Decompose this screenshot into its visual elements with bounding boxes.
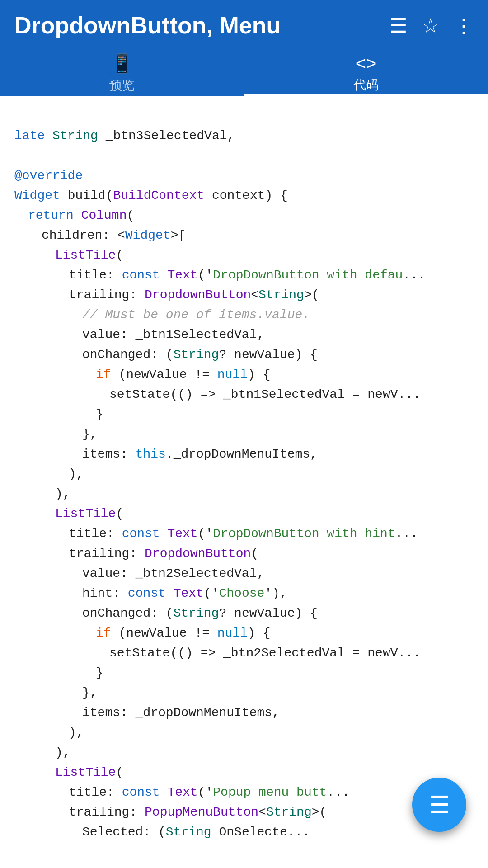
code-line: Selected: (String OnSelecte... xyxy=(14,822,474,842)
code-line: trailing: DropdownButton( xyxy=(14,544,474,564)
more-icon[interactable]: ⋮ xyxy=(454,14,474,37)
code-line: items: _dropDownMenuItems, xyxy=(14,703,474,723)
star-icon[interactable]: ☆ xyxy=(422,14,439,37)
code-line: ), xyxy=(14,484,474,504)
code-line: hint: const Text('Choose'), xyxy=(14,584,474,604)
code-line: }, xyxy=(14,683,474,703)
tab-code[interactable]: <> 代码 xyxy=(244,51,488,96)
code-line: } xyxy=(14,405,474,425)
code-line: // Must be one of items.value. xyxy=(14,305,474,325)
code-line: onChanged: (String? newValue) { xyxy=(14,604,474,623)
tab-preview[interactable]: 📱 预览 xyxy=(0,51,244,96)
tab-preview-label: 预览 xyxy=(109,77,135,94)
code-line: ListTile( xyxy=(14,504,474,524)
code-line: value: _btn1SelectedVal, xyxy=(14,325,474,345)
app-bar: DropdownButton, Menu ☰ ☆ ⋮ xyxy=(0,0,488,51)
app-bar-title: DropdownButton, Menu xyxy=(14,12,379,39)
code-line: onChanged: (String? newValue) { xyxy=(14,345,474,365)
code-line: setState(() => _btn1SelectedVal = newV..… xyxy=(14,385,474,405)
code-line xyxy=(14,146,474,166)
code-line: ), xyxy=(14,723,474,743)
code-line: late String _btn3SelectedVal, xyxy=(14,126,474,146)
code-line: if (newValue != null) { xyxy=(14,623,474,643)
code-icon: <> xyxy=(356,53,377,74)
code-line: title: const Text('DropDownButton with h… xyxy=(14,524,474,544)
code-line: } xyxy=(14,663,474,683)
code-line: value: _btn2SelectedVal, xyxy=(14,564,474,584)
code-line: if (newValue != null) { xyxy=(14,365,474,385)
code-line: trailing: DropdownButton<String>( xyxy=(14,285,474,305)
code-line: children: <Widget>[ xyxy=(14,226,474,245)
code-line: return Column( xyxy=(14,206,474,226)
code-line: items: this._dropDownMenuItems, xyxy=(14,444,474,464)
menu-icon[interactable]: ☰ xyxy=(389,14,407,37)
tab-code-label: 代码 xyxy=(353,76,379,94)
code-line: @override xyxy=(14,166,474,186)
app-bar-icons: ☰ ☆ ⋮ xyxy=(389,14,474,37)
code-line: title: const Text('DropDownButton with d… xyxy=(14,265,474,285)
code-line: ListTile( xyxy=(14,245,474,265)
code-area: late String _btn3SelectedVal, @overrideW… xyxy=(0,96,488,853)
code-line: ListTile( xyxy=(14,763,474,783)
tab-bar: 📱 预览 <> 代码 xyxy=(0,51,488,96)
code-line: }, xyxy=(14,425,474,444)
fab-button[interactable]: ☰ xyxy=(412,778,466,832)
code-line: ), xyxy=(14,743,474,763)
code-line: Widget build(BuildContext context) { xyxy=(14,186,474,206)
code-line: trailing: PopupMenuButton<String>( xyxy=(14,802,474,822)
phone-icon: 📱 xyxy=(111,53,133,74)
code-line: ), xyxy=(14,464,474,484)
code-line: title: const Text('Popup menu butt... xyxy=(14,783,474,802)
code-line: setState(() => _btn2SelectedVal = newV..… xyxy=(14,643,474,663)
fab-icon: ☰ xyxy=(429,791,450,818)
